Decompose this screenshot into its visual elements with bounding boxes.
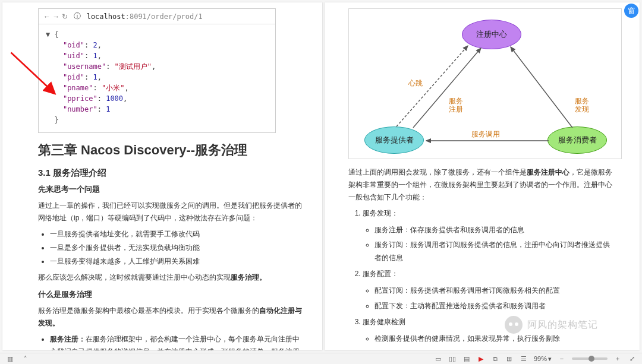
architecture-diagram: 注册中心 服务提供者 服务消费者 心跳 服务 注册 服务 发现 服务调用 [348,8,622,159]
right-intro: 通过上面的调用图会发现，除了微服务，还有一个组件是服务注册中心，它是微服务架构非… [348,166,616,204]
what-is-heading: 什么是服务治理 [38,290,306,300]
what-is-body: 服务治理是微服务架构中最核心最基本的模块。用于实现各个微服务的自动化注册与发现。 [38,305,306,330]
nav-arrows-icon: ← → ↻ [43,12,68,21]
layout-c-icon[interactable]: ☰ [520,354,528,363]
label-discover: 服务 发现 [575,97,589,114]
list-item: 服务发现： 服务注册：保存服务提供者和服务调用者的信息 服务订阅：服务调用者订阅… [363,207,616,264]
chapter-title: 第三章 Nacos Discovery--服务治理 [38,141,306,159]
zoom-out-icon[interactable]: − [558,354,566,363]
left-content: 第三章 Nacos Discovery--服务治理 3.1 服务治理介绍 先来思… [38,141,306,350]
section-title: 3.1 服务治理介绍 [38,167,306,179]
sidebar-toggle-icon[interactable]: ▥ [6,354,14,363]
list-item: 服务配置： 配置订阅：服务提供者和服务调用者订阅微服务相关的配置 配置下发：主动… [363,268,616,312]
watermark-text: 阿风的架构笔记 [527,319,598,331]
label-heartbeat: 心跳 [408,79,423,87]
svg-line-2 [413,48,481,128]
list-item: 服务订阅：服务调用者订阅服务提供者的信息，注册中心向订阅者推送提供者的信息 [374,239,616,264]
url-text: localhost:8091/order/prod/1 [87,12,203,21]
list-item: 一旦是多个服务提供者，无法实现负载均衡功能 [50,242,306,254]
list-item: 配置下发：主动将配置推送给服务提供者和服务调用者 [374,300,616,313]
layout-b-icon[interactable]: ⊞ [505,354,514,363]
zoom-in-icon[interactable]: + [613,354,622,363]
question-body: 通过上一章的操作，我们已经可以实现微服务之间的调用。但是我们把服务提供者的网络地… [38,200,306,224]
svg-line-1 [396,46,468,126]
bottom-toolbar: ▥ ˄ ▭ ▯▯ ▤ ▶ ⧉ ⊞ ☰ 99% ▾ − + ⤢ [0,353,642,364]
list-item: 服务注册：保存服务提供者和服务调用者的信息 [374,224,616,237]
label-register: 服务 注册 [449,97,463,114]
layout-a-icon[interactable]: ⧉ [491,354,499,363]
list-item: 检测服务提供者的健康情况，如果发现异常，执行服务剔除 [374,333,616,346]
arrow-up-icon[interactable]: ˄ [21,354,30,363]
watermark: 阿风的架构笔记 [505,316,598,334]
zoom-slider[interactable] [572,357,608,360]
json-response: ▼ { "oid": 2, "uid": 1, "username": "测试用… [39,24,275,132]
list-item: 一旦服务提供者地址变化，就需要手工修改代码 [50,228,306,240]
fullscreen-icon[interactable]: ⤢ [628,354,636,363]
floating-badge[interactable]: 窗 [624,4,638,18]
page-right: 注册中心 服务提供者 服务消费者 心跳 服务 注册 服务 发现 服务调用 通过上… [325,2,640,350]
zoom-control[interactable]: 99% ▾ [534,355,552,363]
svg-line-3 [511,47,572,128]
info-icon: ⓘ [74,11,81,21]
address-bar: ← → ↻ ⓘ localhost:8091/order/prod/1 [39,9,275,24]
list-item: 服务注册：在服务治理框架中，都会构建一个注册中心，每个服务单元向注册中心登记自己… [50,333,306,350]
chevron-down-icon[interactable]: ▾ [548,355,552,363]
page-left: ← → ↻ ⓘ localhost:8091/order/prod/1 ▼ { … [2,2,322,350]
question-heading: 先来思考一个问题 [38,185,306,195]
browser-mock: ← → ↻ ⓘ localhost:8091/order/prod/1 ▼ { … [38,8,276,133]
two-page-icon[interactable]: ▯▯ [448,354,457,363]
concept-list: 服务注册：在服务治理框架中，都会构建一个注册中心，每个服务单元向注册中心登记自己… [50,333,306,350]
book-view-icon[interactable]: ▤ [462,354,471,363]
list-item: 一旦服务变得越来越多，人工维护调用关系困难 [50,255,306,268]
question-conclusion: 那么应该怎么解决呢，这时候就需要通过注册中心动态的实现服务治理。 [38,271,306,284]
problem-list: 一旦服务提供者地址变化，就需要手工修改代码 一旦是多个服务提供者，无法实现负载均… [50,228,306,268]
watermark-logo-icon [505,316,523,334]
page-view-icon[interactable]: ▭ [434,354,442,363]
zoom-value: 99% [534,355,547,362]
label-call: 服务调用 [471,130,500,138]
presentation-icon[interactable]: ▶ [477,354,485,363]
list-item: 配置订阅：服务提供者和服务调用者订阅微服务相关的配置 [374,284,616,297]
